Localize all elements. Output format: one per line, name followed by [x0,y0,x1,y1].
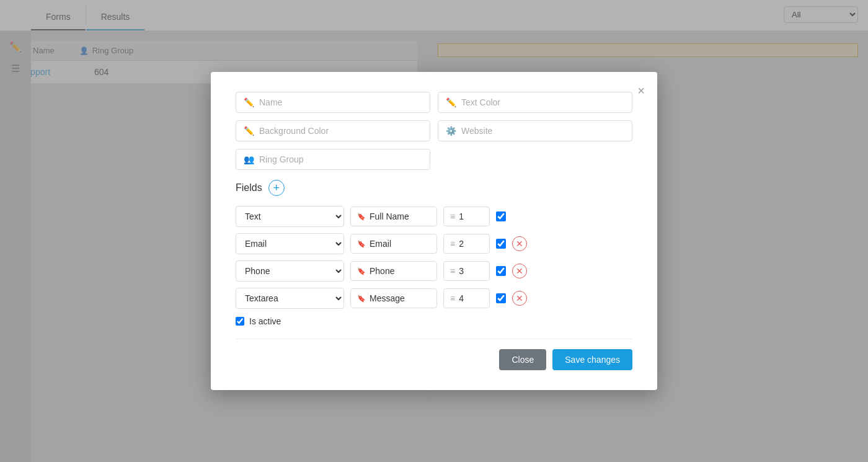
bg-color-input[interactable] [259,126,422,136]
field-required-2[interactable] [496,239,506,249]
field-label-1: 🔖 [350,207,437,226]
field-label-2: 🔖 [350,234,437,254]
name-input[interactable] [259,97,422,107]
field-row-2: Text Email Phone Textarea 🔖 ≡ ✕ [236,233,632,254]
bookmark-icon-1: 🔖 [357,213,366,221]
order-icon-3: ≡ [450,266,455,276]
field-order-input-4[interactable] [459,293,483,303]
field-label-3: 🔖 [350,261,437,281]
field-type-select-3[interactable]: Text Email Phone Textarea [236,260,344,282]
bg-color-icon: ✏️ [244,126,254,136]
order-icon-2: ≡ [450,239,455,249]
field-order-input-2[interactable] [459,239,483,249]
bg-color-field-container: ✏️ [236,120,430,141]
field-label-input-4[interactable] [370,293,430,303]
modal-footer: Close Save changes [236,339,632,370]
order-icon-1: ≡ [450,211,455,221]
field-required-1[interactable] [496,211,506,221]
field-order-input-1[interactable] [459,211,483,221]
is-active-row: Is active [236,316,632,326]
order-icon-4: ≡ [450,293,455,303]
is-active-label: Is active [249,316,281,326]
modal-dialog: × ✏️ ✏️ ✏️ ⚙️ 👥 [211,72,657,390]
field-required-3[interactable] [496,266,506,276]
field-order-2: ≡ [443,234,490,254]
remove-field-button-2[interactable]: ✕ [512,236,527,251]
text-color-input[interactable] [461,97,624,107]
remove-field-button-3[interactable]: ✕ [512,264,527,278]
field-order-3: ≡ [443,261,490,281]
website-icon: ⚙️ [446,126,456,136]
website-field-container: ⚙️ [438,120,632,141]
bookmark-icon-3: 🔖 [357,267,366,275]
field-label-input-1[interactable] [370,211,430,221]
fields-list: Text Email Phone Textarea 🔖 ≡ Te [236,206,632,309]
ring-group-input[interactable] [259,154,422,164]
field-order-4: ≡ [443,288,490,308]
add-field-button[interactable]: + [268,180,285,196]
modal-close-button[interactable]: × [635,82,647,99]
is-active-checkbox[interactable] [236,317,244,326]
website-input[interactable] [461,126,624,136]
fields-header: Fields + [236,180,632,196]
field-label-input-3[interactable] [370,266,430,276]
bookmark-icon-2: 🔖 [357,240,366,248]
text-color-icon: ✏️ [446,97,456,107]
name-field-container: ✏️ [236,92,430,113]
field-row-3: Text Email Phone Textarea 🔖 ≡ ✕ [236,260,632,282]
field-type-select-4[interactable]: Text Email Phone Textarea [236,288,344,309]
name-icon: ✏️ [244,97,254,107]
form-row-1: ✏️ ✏️ [236,92,632,113]
field-type-select-2[interactable]: Text Email Phone Textarea [236,233,344,254]
field-label-4: 🔖 [350,288,437,308]
field-label-input-2[interactable] [370,239,430,249]
field-row-1: Text Email Phone Textarea 🔖 ≡ [236,206,632,227]
field-required-4[interactable] [496,293,506,303]
modal-overlay: × ✏️ ✏️ ✏️ ⚙️ 👥 [0,0,868,462]
fields-title: Fields [236,182,262,193]
ring-group-row: 👥 [236,149,430,170]
text-color-field-container: ✏️ [438,92,632,113]
ring-group-icon: 👥 [244,154,254,164]
save-changes-button[interactable]: Save changes [552,349,632,370]
field-order-input-3[interactable] [459,266,483,276]
ring-group-field-container: 👥 [236,149,430,170]
bookmark-icon-4: 🔖 [357,295,366,303]
field-type-select-1[interactable]: Text Email Phone Textarea [236,206,344,227]
field-row-4: Text Email Phone Textarea 🔖 ≡ ✕ [236,288,632,309]
field-order-1: ≡ [443,207,490,226]
form-row-2: ✏️ ⚙️ [236,120,632,141]
close-button[interactable]: Close [499,349,546,370]
remove-field-button-4[interactable]: ✕ [512,291,527,306]
